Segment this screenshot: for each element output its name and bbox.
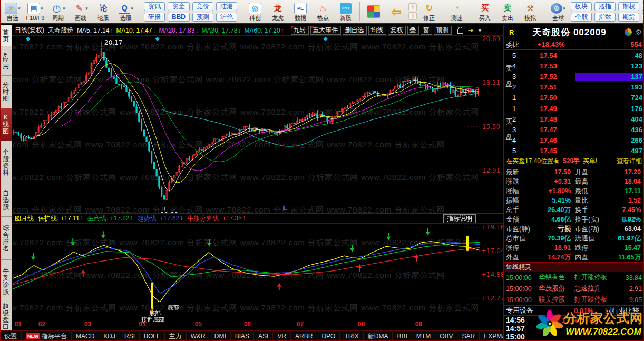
period-button[interactable]: ◷▾周期 xyxy=(47,2,69,22)
toolbar-button-竞价[interactable]: 竞价 xyxy=(192,2,213,11)
correct-button[interactable]: ↻修正 xyxy=(418,2,440,22)
indicator-tab-DPO[interactable]: DPO xyxy=(317,332,340,341)
industry-name[interactable]: 专用设备 xyxy=(504,306,533,315)
toolbar-button-板块[interactable]: 板块 xyxy=(571,2,592,11)
speed-test-button[interactable]: ◔测速 xyxy=(446,2,467,22)
shortline-row[interactable]: 15:00:00华锡有色打开涨停板33.84 xyxy=(504,272,644,283)
toolbar-button-指数[interactable]: 指数 xyxy=(594,13,616,22)
chart-header-button-重大事件[interactable]: 重大事件 xyxy=(310,26,341,35)
up-arrow-button[interactable]: ⇧ xyxy=(408,3,417,11)
dropdown-arrow-icon[interactable]: ▾ xyxy=(63,6,65,11)
lock-icon[interactable] xyxy=(457,29,463,34)
toolbar-button-研报[interactable]: 研报 xyxy=(144,13,165,22)
toolbar-button-资金[interactable]: 资金 xyxy=(168,2,190,11)
jump-to-latest-icon[interactable]: ⇥ xyxy=(468,26,474,34)
down-arrow-button[interactable]: ⇩ xyxy=(408,12,417,20)
f10-report-button[interactable]: ▤▾F10/F9 xyxy=(25,2,46,22)
indicator-tab-ARBR[interactable]: ARBR xyxy=(291,332,317,341)
toolbar-button-个股[interactable]: 个股 xyxy=(571,13,592,22)
dropdown-arrow-icon[interactable]: ▾ xyxy=(41,6,43,11)
sell-row-5[interactable]: 517.5448 xyxy=(512,50,644,61)
stock-forum-button[interactable]: 论论股 xyxy=(93,2,114,22)
chart-header-button-均线[interactable]: 均线 xyxy=(368,26,386,35)
sidebar-item-time-chart[interactable]: 分时图 xyxy=(0,76,12,108)
toolbar-button-期权[interactable]: 期权 xyxy=(618,2,639,11)
indicator-tab-主力[interactable]: 主力 xyxy=(165,332,187,341)
buy-row-5[interactable]: 517.45497 xyxy=(512,145,644,156)
sidebar-item-home[interactable]: 首页 xyxy=(0,25,12,46)
shortline-row[interactable]: 15:00:00华茂股份急速拉升2.91 xyxy=(504,283,644,294)
chart-header-button-窗[interactable]: 窗 xyxy=(421,26,432,35)
chart-header-button-叠[interactable]: 叠 xyxy=(407,26,419,35)
toolbar-button-预测[interactable]: 预测 xyxy=(192,13,213,22)
indicator-tab-MTM[interactable]: MTM xyxy=(412,332,435,341)
indicator-tab-W&R[interactable]: W&R xyxy=(187,332,210,341)
pie-chart-icon[interactable] xyxy=(625,28,632,36)
indicator-tab-BIAS[interactable]: BIAS xyxy=(231,332,254,341)
global-markets-button[interactable]: ⊕▾全球 xyxy=(548,2,569,22)
sell-row-1[interactable]: 117.50724 xyxy=(512,92,644,103)
sell-row-4[interactable]: 417.53123 xyxy=(512,61,644,71)
indicator-tab-KDJ[interactable]: KDJ xyxy=(99,332,120,341)
indicator-canvas[interactable] xyxy=(12,224,503,316)
indicator-platform-button[interactable]: NEW指标平台 xyxy=(22,332,72,341)
buy-button[interactable]: 买买入 xyxy=(474,2,495,22)
chart-period-label[interactable]: 日线(复权) xyxy=(15,26,44,35)
view-detail-link[interactable]: 查看详细 xyxy=(617,157,642,166)
toolbar-button-陆港[interactable]: 陆港 xyxy=(216,2,237,11)
simulate-button[interactable]: ⚒模拟 xyxy=(520,2,541,22)
indicator-tab-MACD[interactable]: MACD xyxy=(72,332,99,341)
chart-header-button-九转[interactable]: 九转 xyxy=(291,26,309,35)
sidebar-item-apps[interactable]: ▶应用 xyxy=(0,46,12,76)
dragon-tiger-button[interactable]: 龙龙虎 xyxy=(267,2,288,22)
sidebar-item-kline-chart[interactable]: K线图 xyxy=(0,108,12,141)
hot-topics-button[interactable]: ♨热点 xyxy=(313,2,334,22)
indicator-tab-TRIX[interactable]: TRIX xyxy=(340,332,363,341)
header-dropdown-icon[interactable]: ▼ xyxy=(477,27,482,33)
data-button[interactable]: PE数据 xyxy=(290,2,311,22)
buy-row-2[interactable]: 217.48404 xyxy=(512,114,644,124)
back-button[interactable]: ⇦ xyxy=(386,5,407,18)
toolbar-button-股指[interactable]: 股指 xyxy=(594,2,616,11)
dropdown-arrow-icon[interactable]: ▾ xyxy=(18,6,21,11)
indicator-help-button[interactable]: 指标说明 xyxy=(443,214,476,223)
toolbar-button-基金[interactable]: 基金 xyxy=(642,13,644,22)
buy-row-3[interactable]: 317.47436 xyxy=(512,124,644,135)
indicator-tab-BBI[interactable]: BBI xyxy=(393,332,412,341)
indicator-tab-DMI[interactable]: DMI xyxy=(210,332,231,341)
kline-canvas[interactable] xyxy=(12,36,503,213)
sidebar-item-stock-info[interactable]: 个股资料 xyxy=(0,141,12,184)
draw-line-button[interactable]: ✎▾画线 xyxy=(70,2,91,22)
sell-row-3[interactable]: 317.52137 xyxy=(512,71,644,82)
indicator-tab-新DMA[interactable]: 新DMA xyxy=(364,332,393,341)
toolbar-button-BBD[interactable]: BBD xyxy=(168,13,190,22)
watchlist-button[interactable]: ★▾自选 xyxy=(2,2,23,22)
toolbar-button-沪伦[interactable]: 沪伦 xyxy=(216,13,237,22)
chart-header-button-预测[interactable]: 预测 xyxy=(434,26,452,35)
sidebar-item-diagnosis[interactable]: 牛叉诊股 xyxy=(0,260,12,303)
sidebar-item-watchlist[interactable]: 自选股 xyxy=(0,184,12,217)
chart-header-button-复权[interactable]: 复权 xyxy=(388,26,406,35)
indicator-tab-ASI[interactable]: ASI xyxy=(254,332,273,341)
toolbar-button-债券[interactable]: 债券 xyxy=(642,2,644,11)
sci-board-button[interactable]: ▧科创 xyxy=(245,2,266,22)
indicator-tab-EXPMA[interactable]: EXPMA xyxy=(480,332,503,341)
dropdown-arrow-icon[interactable]: ▾ xyxy=(563,6,565,11)
dropdown-arrow-icon[interactable]: ▾ xyxy=(131,6,133,11)
stock-picker-button[interactable]: Q▾选股 xyxy=(115,2,136,22)
sell-button[interactable]: 卖卖出 xyxy=(497,2,518,22)
style-palette-button[interactable] xyxy=(363,5,384,18)
indicator-tab-BOLL[interactable]: BOLL xyxy=(140,332,165,341)
dropdown-arrow-icon[interactable]: ▾ xyxy=(85,6,88,11)
buy-row-1[interactable]: 117.49176 xyxy=(512,103,644,114)
toolbar-button-期货[interactable]: 期货 xyxy=(618,13,639,22)
indicator-tab-SAR[interactable]: SAR xyxy=(457,332,480,341)
sell-row-2[interactable]: 217.51193 xyxy=(512,82,644,92)
indicator-tab-RSI[interactable]: RSI xyxy=(120,332,140,341)
toolbar-button-资讯[interactable]: 资讯 xyxy=(144,2,165,11)
sidebar-item-super-orderbook[interactable]: 超级盘口 xyxy=(0,303,12,330)
new-shares-button[interactable]: IPO新股 xyxy=(335,2,356,22)
indicator-tab-OBV[interactable]: OBV xyxy=(435,332,457,341)
indicator-name[interactable]: 圆月线 xyxy=(15,214,34,223)
chart-header-button-删自选[interactable]: 删自选 xyxy=(343,26,367,35)
